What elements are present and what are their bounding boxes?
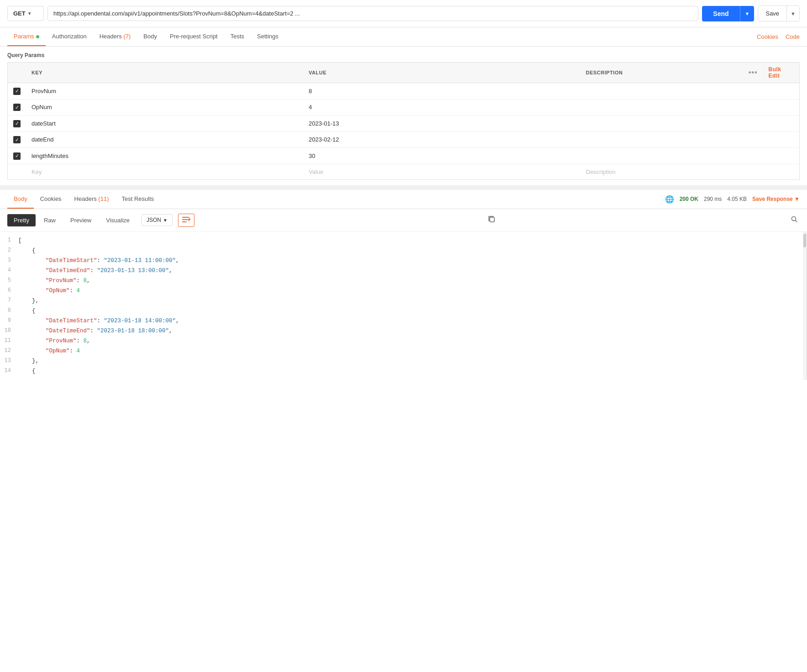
- json-chevron-icon: ▼: [163, 218, 168, 223]
- table-row: ProvNum 8: [8, 83, 800, 100]
- checkbox-checked-icon[interactable]: [13, 88, 21, 95]
- cookies-link[interactable]: Cookies: [757, 28, 778, 46]
- col-bulk-edit: Bulk Edit: [763, 63, 800, 83]
- row-more: [743, 83, 763, 100]
- tab-body[interactable]: Body: [137, 27, 163, 46]
- row-extra: [763, 131, 800, 148]
- row-description[interactable]: [581, 99, 743, 116]
- fmt-tab-preview[interactable]: Preview: [64, 214, 98, 226]
- globe-icon: 🌐: [665, 195, 674, 204]
- row-value[interactable]: 8: [303, 83, 580, 100]
- row-checkbox-empty: [8, 164, 26, 179]
- method-label: GET: [13, 10, 26, 17]
- row-checkbox[interactable]: [8, 83, 26, 100]
- resp-tab-headers[interactable]: Headers (11): [68, 190, 115, 209]
- row-value[interactable]: 2023-01-13: [303, 116, 580, 132]
- fmt-tab-visualize[interactable]: Visualize: [100, 214, 136, 226]
- json-line: 10 "DateTimeEnd": "2023-01-18 18:00:00",: [0, 326, 807, 336]
- col-more: •••: [743, 63, 763, 83]
- row-description[interactable]: [581, 131, 743, 148]
- row-key[interactable]: dateStart: [26, 116, 303, 132]
- row-value-placeholder[interactable]: Value: [303, 164, 580, 179]
- col-key: KEY: [26, 63, 303, 83]
- row-value[interactable]: 2023-02-12: [303, 131, 580, 148]
- tab-params[interactable]: Params: [7, 27, 46, 46]
- svg-rect-0: [182, 217, 189, 218]
- search-button[interactable]: [789, 214, 800, 226]
- row-checkbox[interactable]: [8, 99, 26, 116]
- svg-line-5: [795, 220, 797, 222]
- table-row: dateStart 2023-01-13: [8, 116, 800, 132]
- row-key[interactable]: ProvNum: [26, 83, 303, 100]
- row-value[interactable]: 30: [303, 148, 580, 164]
- url-input[interactable]: [47, 6, 698, 21]
- resp-tab-cookies[interactable]: Cookies: [34, 190, 68, 209]
- checkbox-checked-icon[interactable]: [13, 104, 21, 111]
- resp-tab-body[interactable]: Body: [7, 190, 34, 209]
- checkbox-checked-icon[interactable]: [13, 136, 21, 143]
- row-key[interactable]: OpNum: [26, 99, 303, 116]
- json-line: 14 {: [0, 366, 807, 376]
- checkbox-checked-icon[interactable]: [13, 120, 21, 127]
- tab-settings[interactable]: Settings: [251, 27, 285, 46]
- fmt-tab-pretty[interactable]: Pretty: [7, 214, 36, 226]
- json-line: 7 },: [0, 296, 807, 306]
- code-link[interactable]: Code: [786, 28, 800, 46]
- method-chevron-icon: ▼: [27, 11, 32, 16]
- json-format-select[interactable]: JSON ▼: [141, 214, 173, 226]
- row-key-placeholder[interactable]: Key: [26, 164, 303, 179]
- more-options-icon[interactable]: •••: [749, 68, 758, 76]
- tab-headers[interactable]: Headers (7): [93, 27, 137, 46]
- row-value[interactable]: 4: [303, 99, 580, 116]
- row-description-placeholder[interactable]: Description: [581, 164, 743, 179]
- response-size: 4.05 KB: [727, 196, 747, 202]
- row-more: [743, 148, 763, 164]
- vertical-scrollbar[interactable]: [803, 232, 807, 380]
- tab-prerequest[interactable]: Pre-request Script: [163, 27, 224, 46]
- json-viewer: 1 [ 2 { 3 "DateTimeStart": "2023-01-13 1…: [0, 232, 807, 380]
- send-button[interactable]: Send: [702, 6, 739, 21]
- row-key[interactable]: dateEnd: [26, 131, 303, 148]
- col-checkbox: [8, 63, 26, 83]
- svg-rect-2: [182, 221, 187, 222]
- params-dot: [36, 35, 39, 38]
- json-line: 8 {: [0, 306, 807, 316]
- json-line: 4 "DateTimeEnd": "2023-01-13 13:00:00",: [0, 266, 807, 276]
- json-line: 13 },: [0, 356, 807, 366]
- row-checkbox[interactable]: [8, 131, 26, 148]
- save-response-button[interactable]: Save Response ▼: [752, 196, 800, 202]
- response-meta: 🌐 200 OK 290 ms 4.05 KB Save Response ▼: [665, 195, 800, 204]
- row-description[interactable]: [581, 83, 743, 100]
- right-tabs: Cookies Code: [757, 28, 800, 46]
- row-key[interactable]: lengthMinutes: [26, 148, 303, 164]
- save-dropdown-button[interactable]: ▼: [786, 6, 799, 21]
- response-time: 290 ms: [704, 196, 722, 202]
- resp-tab-test-results[interactable]: Test Results: [115, 190, 160, 209]
- checkbox-checked-icon[interactable]: [13, 152, 21, 160]
- json-line: 2 {: [0, 246, 807, 256]
- url-bar: GET ▼ Send ▼ Save ▼: [0, 0, 807, 27]
- row-more: [743, 99, 763, 116]
- json-line: 11 "ProvNum": 8,: [0, 336, 807, 346]
- fmt-tab-raw[interactable]: Raw: [37, 214, 62, 226]
- row-more-ph: [743, 164, 763, 179]
- svg-rect-3: [490, 217, 494, 222]
- scrollbar-thumb[interactable]: [803, 234, 806, 247]
- tab-authorization[interactable]: Authorization: [46, 27, 93, 46]
- row-checkbox[interactable]: [8, 116, 26, 132]
- query-params-section: Query Params KEY VALUE DESCRIPTION ••• B…: [0, 47, 807, 180]
- tab-tests[interactable]: Tests: [224, 27, 251, 46]
- bulk-edit-button[interactable]: Bulk Edit: [769, 66, 781, 79]
- save-button[interactable]: Save: [758, 6, 786, 21]
- copy-button[interactable]: [486, 214, 497, 226]
- table-row: lengthMinutes 30: [8, 148, 800, 164]
- row-extra: [763, 99, 800, 116]
- method-select[interactable]: GET ▼: [7, 6, 44, 21]
- row-more: [743, 116, 763, 132]
- row-description[interactable]: [581, 148, 743, 164]
- wrap-button[interactable]: [178, 214, 194, 227]
- json-line: 3 "DateTimeStart": "2023-01-13 11:00:00"…: [0, 256, 807, 266]
- row-description[interactable]: [581, 116, 743, 132]
- row-checkbox[interactable]: [8, 148, 26, 164]
- send-dropdown-button[interactable]: ▼: [740, 6, 755, 21]
